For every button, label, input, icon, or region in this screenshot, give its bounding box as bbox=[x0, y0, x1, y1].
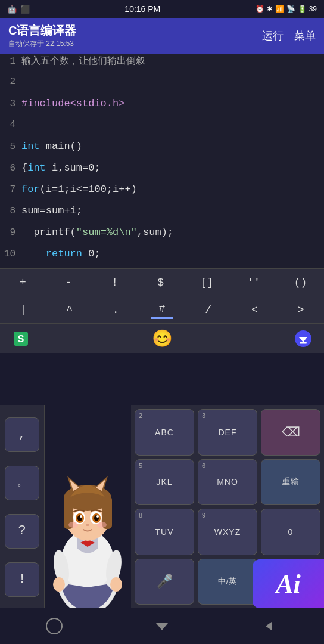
svg-marker-30 bbox=[156, 623, 168, 630]
key-row-2: 5 JKL 6 MNO 重输 bbox=[135, 459, 320, 506]
signal-icon: 📡 bbox=[286, 5, 295, 13]
key-wxyz[interactable]: 9 WXYZ bbox=[198, 509, 257, 555]
toolbar-row: S 😊 bbox=[0, 323, 324, 353]
key-mic[interactable]: 🎤 bbox=[135, 559, 194, 605]
run-button[interactable]: 运行 bbox=[262, 29, 284, 43]
code-editor: 1 输入五个数，让他们输出倒叙 2 3 #include<stdio.h> 4 … bbox=[0, 54, 324, 268]
sym-slash[interactable]: / bbox=[198, 302, 219, 318]
auto-save: 自动保存于 22:15:53 bbox=[8, 39, 76, 49]
sym-hash[interactable]: # bbox=[151, 301, 173, 319]
download-icon[interactable] bbox=[292, 327, 314, 350]
status-left: 🤖 ⬛ bbox=[7, 5, 30, 14]
svg-marker-31 bbox=[266, 622, 272, 630]
ai-label: Ai bbox=[276, 569, 301, 599]
svg-point-20 bbox=[80, 515, 82, 518]
nav-back-triangle[interactable] bbox=[147, 614, 177, 638]
status-right: ⏰ ✱ 📶 📡 🔋 39 bbox=[256, 5, 317, 13]
emoji-icon[interactable]: 😊 bbox=[151, 327, 173, 350]
key-exclamation[interactable]: ! bbox=[5, 562, 39, 597]
svg-point-23 bbox=[68, 522, 78, 528]
code-line-8: 8 sum=sum+i; bbox=[0, 204, 324, 225]
sym-caret[interactable]: ^ bbox=[59, 302, 80, 318]
symbol-bar-2: | ^ . # / < > bbox=[0, 296, 324, 323]
key-zero[interactable]: 0 bbox=[261, 509, 320, 555]
key-lang-switch[interactable]: 中/英 bbox=[198, 559, 257, 605]
nav-home[interactable] bbox=[39, 614, 69, 638]
nav-back[interactable] bbox=[255, 614, 285, 638]
svg-point-29 bbox=[46, 618, 62, 634]
key-def[interactable]: 3 DEF bbox=[198, 409, 257, 456]
bottom-nav bbox=[0, 608, 324, 644]
svg-point-8 bbox=[85, 541, 90, 546]
code-line-10: 10 return 0; bbox=[0, 247, 324, 268]
menu-button[interactable]: 菜单 bbox=[294, 29, 316, 43]
code-line-3: 3 #include<stdio.h> bbox=[0, 97, 324, 118]
sym-pipe[interactable]: | bbox=[13, 302, 34, 318]
sym-lt[interactable]: < bbox=[244, 302, 265, 318]
code-line-7: 7 for(i=1;i<=100;i++) bbox=[0, 182, 324, 204]
backspace-icon: ⌫ bbox=[282, 425, 300, 440]
code-line-4: 4 bbox=[0, 118, 324, 140]
key-period[interactable]: 。 bbox=[5, 466, 39, 500]
sym-quotes[interactable]: '' bbox=[242, 274, 265, 291]
mic-icon: 🎤 bbox=[157, 574, 173, 589]
key-row-1: 2 ABC 3 DEF ⌫ bbox=[135, 409, 320, 456]
sym-dollar[interactable]: $ bbox=[150, 274, 172, 291]
svg-text:S: S bbox=[18, 334, 24, 344]
anime-character bbox=[45, 405, 131, 608]
code-line-6: 6 {int i,sum=0; bbox=[0, 161, 324, 182]
ai-badge[interactable]: Ai bbox=[253, 559, 324, 608]
key-question[interactable]: ? bbox=[5, 514, 39, 549]
sym-gt[interactable]: > bbox=[290, 302, 311, 318]
key-comma[interactable]: , bbox=[5, 417, 39, 452]
status-icon2: ⬛ bbox=[20, 5, 30, 14]
top-bar-right: 运行 菜单 bbox=[262, 29, 316, 43]
key-tuv[interactable]: 8 TUV bbox=[135, 509, 194, 555]
android-icon: 🤖 bbox=[7, 5, 17, 14]
code-line-9: 9 printf("sum=%d\n",sum); bbox=[0, 225, 324, 247]
sym-exclaim[interactable]: ! bbox=[104, 274, 126, 291]
key-backspace[interactable]: ⌫ bbox=[261, 409, 320, 456]
sym-plus[interactable]: + bbox=[13, 274, 34, 291]
app-title: C语言编译器 bbox=[8, 23, 76, 39]
battery-text: 39 bbox=[309, 5, 317, 13]
sym-minus[interactable]: - bbox=[58, 274, 80, 291]
alarm-icon: ⏰ bbox=[256, 5, 264, 13]
sonic-icon[interactable]: S bbox=[10, 327, 32, 350]
battery-icon: 🔋 bbox=[298, 5, 307, 13]
svg-point-22 bbox=[86, 524, 89, 526]
symbol-bar-1: + - ! $ [] '' () bbox=[0, 268, 324, 296]
code-line-1: 1 输入五个数，让他们输出倒叙 bbox=[0, 54, 324, 75]
wifi-icon: 📶 bbox=[275, 5, 284, 13]
left-keys: , 。 ? ! bbox=[0, 405, 45, 608]
code-line-2: 2 bbox=[0, 75, 324, 97]
sym-dot[interactable]: . bbox=[105, 302, 126, 318]
top-bar-left: C语言编译器 自动保存于 22:15:53 bbox=[8, 23, 76, 49]
svg-point-21 bbox=[96, 515, 99, 518]
svg-point-24 bbox=[97, 522, 107, 528]
sym-brackets[interactable]: [] bbox=[196, 274, 219, 291]
sym-parens[interactable]: () bbox=[289, 274, 312, 291]
svg-point-27 bbox=[53, 577, 65, 592]
key-abc[interactable]: 2 ABC bbox=[135, 409, 194, 456]
key-row-3: 8 TUV 9 WXYZ 0 bbox=[135, 509, 320, 555]
svg-rect-4 bbox=[300, 342, 307, 344]
svg-point-28 bbox=[110, 577, 122, 592]
key-jkl[interactable]: 5 JKL bbox=[135, 459, 194, 506]
status-time: 10:16 PM bbox=[124, 4, 160, 14]
code-line-5: 5 int main() bbox=[0, 140, 324, 161]
bluetooth-icon: ✱ bbox=[267, 5, 273, 13]
key-mno[interactable]: 6 MNO bbox=[198, 459, 257, 506]
top-bar: C语言编译器 自动保存于 22:15:53 运行 菜单 bbox=[0, 18, 324, 54]
key-reset[interactable]: 重输 bbox=[261, 459, 320, 506]
status-bar: 🤖 ⬛ 10:16 PM ⏰ ✱ 📶 📡 🔋 39 bbox=[0, 0, 324, 18]
